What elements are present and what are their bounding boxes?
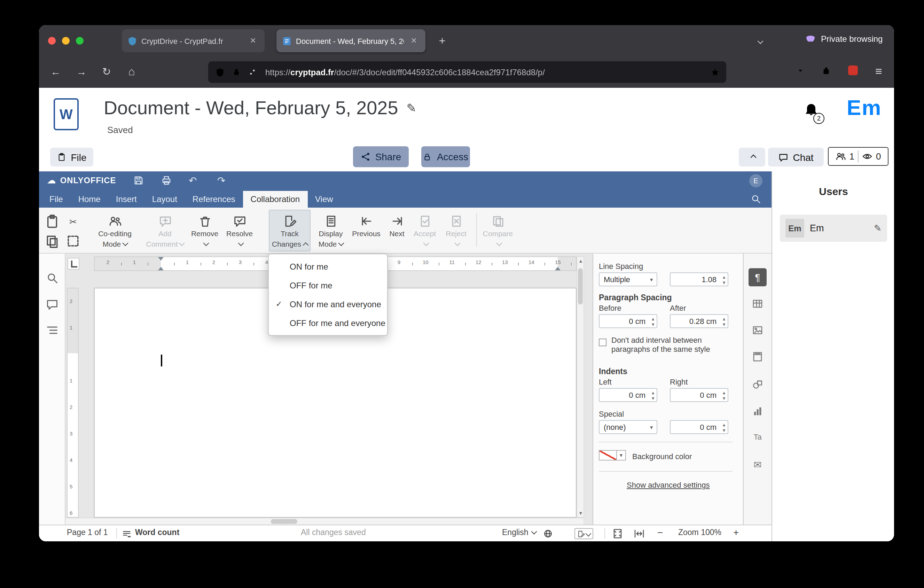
navigation-headings-icon[interactable] (46, 324, 58, 337)
image-settings-tab[interactable] (749, 321, 767, 339)
extensions-icon[interactable] (821, 66, 832, 76)
copy-icon[interactable] (45, 233, 60, 249)
file-button[interactable]: File (50, 148, 93, 167)
tab-close-icon[interactable]: ✕ (247, 35, 259, 47)
select-all-icon[interactable] (66, 233, 81, 249)
access-button[interactable]: Access (421, 146, 470, 167)
home-icon[interactable]: ⌂ (124, 66, 139, 78)
redo-icon[interactable]: ↷ (217, 175, 225, 186)
oo-user-badge[interactable]: E (749, 174, 762, 187)
reload-icon[interactable]: ↻ (99, 66, 114, 78)
vertical-scroll-thumb[interactable] (578, 268, 583, 304)
next-change-button[interactable]: Next (386, 210, 408, 251)
permissions-icon[interactable] (248, 68, 257, 77)
background-color-dropdown[interactable]: ▼ (617, 450, 626, 461)
language-select[interactable]: English (502, 528, 536, 537)
line-spacing-select[interactable]: Multiple▼ (599, 273, 657, 286)
zoom-out-button[interactable]: − (657, 527, 663, 538)
special-spinner[interactable]: 0 cm▲▼ (670, 420, 728, 434)
horizontal-scrollbar[interactable] (66, 518, 584, 525)
indent-right-spinner[interactable]: 0 cm▲▼ (670, 388, 728, 402)
tab-close-icon[interactable]: ✕ (408, 35, 420, 47)
browser-tab-cryptdrive[interactable]: CryptDrive - CryptPad.fr ✕ (122, 29, 265, 52)
first-line-indent-marker[interactable] (158, 257, 163, 261)
track-menu-item[interactable]: OFF for me and everyone (269, 314, 387, 332)
indent-left-spinner[interactable]: 0 cm▲▼ (599, 388, 657, 402)
zoom-in-button[interactable]: + (733, 527, 739, 538)
chat-button[interactable]: Chat (768, 148, 824, 167)
search-icon[interactable] (751, 194, 761, 204)
oo-menu-file[interactable]: File (42, 191, 71, 208)
coediting-mode-button[interactable]: Co-editing Mode (93, 210, 137, 251)
lock-icon[interactable] (232, 68, 241, 77)
right-indent-marker[interactable] (555, 267, 561, 270)
horizontal-scroll-thumb[interactable] (271, 519, 297, 524)
ublock-icon[interactable] (845, 66, 861, 78)
window-zoom-button[interactable] (76, 37, 84, 45)
header-footer-settings-tab[interactable] (749, 348, 767, 366)
paste-icon[interactable] (45, 214, 60, 229)
share-button[interactable]: Share (353, 146, 409, 167)
oo-menu-insert[interactable]: Insert (108, 191, 145, 208)
display-mode-button[interactable]: Display Mode (315, 210, 347, 251)
oo-menu-view[interactable]: View (307, 191, 341, 208)
find-icon[interactable] (46, 272, 58, 284)
scroll-up-icon[interactable]: ▲ (578, 258, 584, 263)
paragraph-settings-tab[interactable]: ¶ (749, 268, 767, 286)
scroll-down-icon[interactable]: ▼ (578, 511, 584, 515)
chart-settings-tab[interactable] (749, 402, 767, 420)
track-changes-button[interactable]: Track Changes (269, 210, 310, 251)
special-select[interactable]: (none)▼ (599, 420, 657, 434)
advanced-settings-link[interactable]: Show advanced settings (627, 481, 710, 489)
oo-menu-references[interactable]: References (185, 191, 243, 208)
save-icon[interactable] (133, 175, 144, 186)
line-spacing-spinner[interactable]: 1.08▲▼ (670, 273, 728, 286)
track-changes-status-button[interactable] (574, 528, 593, 539)
downloads-icon[interactable] (795, 66, 806, 76)
oo-menu-collaboration[interactable]: Collaboration (243, 191, 307, 208)
track-menu-item[interactable]: ON for me (269, 257, 387, 276)
menu-hamburger-icon[interactable]: ≡ (871, 66, 886, 78)
document-title[interactable]: Document - Wed, February 5, 2025 ✎ (104, 97, 416, 119)
background-color-swatch[interactable] (599, 450, 617, 461)
spellcheck-globe-icon[interactable] (543, 529, 553, 538)
new-tab-button[interactable]: + (433, 32, 451, 50)
fit-width-icon[interactable] (634, 528, 645, 539)
cut-scissors-icon[interactable]: ✂ (66, 214, 81, 229)
url-bar[interactable]: https://cryptpad.fr/doc/#/3/doc/edit/ff0… (208, 61, 726, 83)
tracking-shield-icon[interactable] (215, 67, 225, 77)
list-all-tabs-icon[interactable] (756, 35, 762, 47)
word-count-label[interactable]: Word count (135, 528, 179, 537)
shape-settings-tab[interactable] (749, 375, 767, 394)
notifications-bell[interactable]: 2 (803, 102, 824, 124)
mail-merge-tab[interactable]: ✉ (749, 456, 767, 474)
window-minimize-button[interactable] (62, 37, 69, 45)
vertical-scrollbar[interactable]: ▲ ▼ (577, 256, 584, 518)
previous-change-button[interactable]: Previous (351, 210, 381, 251)
left-indent-marker[interactable] (158, 267, 163, 270)
edit-name-pencil-icon[interactable]: ✎ (874, 223, 881, 233)
spacing-before-spinner[interactable]: 0 cm▲▼ (599, 314, 657, 328)
interval-checkbox[interactable] (599, 339, 607, 346)
spacing-after-spinner[interactable]: 0.28 cm▲▼ (670, 314, 728, 328)
comments-icon[interactable] (46, 298, 58, 311)
track-menu-item[interactable]: OFF for me (269, 276, 387, 295)
forward-icon[interactable]: → (74, 66, 89, 78)
edit-title-pencil-icon[interactable]: ✎ (406, 101, 416, 116)
presence-counts[interactable]: 1 0 (828, 147, 888, 166)
print-icon[interactable] (161, 175, 172, 186)
oo-menu-home[interactable]: Home (71, 191, 108, 208)
browser-tab-document[interactable]: Document - Wed, February 5, 2025 ✕ (276, 29, 426, 52)
textart-settings-tab[interactable]: Ta (749, 428, 767, 446)
user-avatar[interactable]: Em (847, 96, 882, 121)
window-close-button[interactable] (48, 37, 56, 45)
remove-button[interactable]: Remove (190, 210, 220, 251)
fit-page-icon[interactable] (612, 528, 623, 539)
back-icon[interactable]: ← (48, 66, 63, 78)
track-menu-item[interactable]: ✓ON for me and everyone (269, 295, 387, 314)
table-settings-tab[interactable] (749, 295, 767, 313)
user-list-item[interactable]: Em Em ✎ (780, 215, 887, 242)
resolve-button[interactable]: Resolve (223, 210, 256, 251)
bookmark-star-icon[interactable] (710, 67, 720, 77)
oo-menu-layout[interactable]: Layout (145, 191, 185, 208)
